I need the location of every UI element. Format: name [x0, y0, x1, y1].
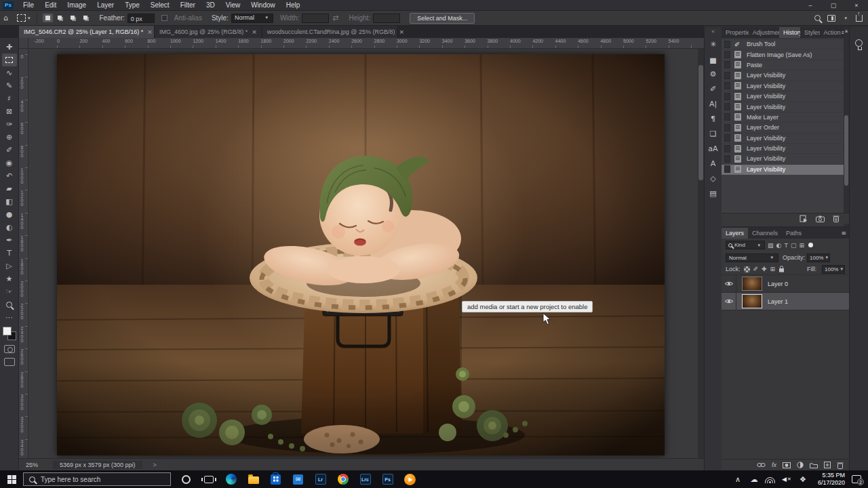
panel-menu-icon[interactable]: ≡ [841, 228, 849, 239]
history-source-well[interactable] [724, 61, 730, 68]
history-item[interactable]: Layer Visibility [722, 144, 849, 154]
eraser-tool[interactable]: ▰ [2, 182, 17, 195]
menu-item-window[interactable]: Window [245, 0, 281, 11]
history-item[interactable]: Layer Visibility [722, 92, 849, 102]
crop-tool[interactable]: ♯ [2, 92, 17, 105]
scroll-up-icon[interactable]: ▲ [844, 28, 849, 33]
new-snapshot-camera-icon[interactable] [816, 216, 825, 222]
layer-visibility-eye-icon[interactable] [722, 293, 736, 310]
clone-stamp-tool[interactable]: ◉ [2, 157, 17, 169]
paragraph-panel-icon[interactable]: ¶ [706, 111, 721, 126]
history-item[interactable]: Layer Order [722, 123, 849, 133]
tray-chevron-icon[interactable]: ∧ [730, 470, 746, 488]
filter-type-icon[interactable]: T [784, 242, 788, 249]
menu-item-3d[interactable]: 3D [201, 0, 220, 11]
filter-image-icon[interactable]: ▨ [768, 242, 774, 249]
menu-item-filter[interactable]: Filter [175, 0, 201, 11]
history-brush-tool[interactable]: ↶ [2, 169, 17, 182]
rectangular-marquee-tool[interactable] [2, 54, 17, 66]
panel-tab-actions[interactable]: Actions [820, 27, 842, 38]
lock-transparency-icon[interactable] [744, 266, 750, 272]
volume-muted-icon[interactable]: ◀✕ [778, 470, 795, 488]
opacity-select[interactable]: 100%▾ [807, 253, 830, 262]
restore-button[interactable]: ▢ [822, 0, 845, 11]
menu-item-layer[interactable]: Layer [92, 0, 119, 11]
onedrive-cloud-icon[interactable]: ☁ [746, 470, 762, 488]
history-source-well[interactable] [724, 155, 730, 163]
zoom-level[interactable]: 25% [26, 462, 38, 468]
tab-close-icon[interactable]: × [252, 28, 257, 35]
type-tool[interactable]: T [2, 247, 17, 260]
quick-mask-button[interactable] [4, 345, 15, 353]
history-source-well[interactable] [724, 51, 730, 58]
home-icon[interactable]: ⌂ [3, 14, 8, 22]
paragraph-styles-panel-icon[interactable]: A [706, 156, 721, 171]
menu-item-view[interactable]: View [220, 0, 246, 11]
history-item[interactable]: Paste [722, 60, 849, 70]
menu-item-select[interactable]: Select [145, 0, 175, 11]
document-tab[interactable]: IMG_5046.CR2 @ 25% (Layer 1, RGB/16) *× [19, 26, 155, 38]
brushes-panel-icon[interactable]: ✐ [706, 81, 721, 96]
menu-item-image[interactable]: Image [62, 0, 92, 11]
edit-toolbar[interactable]: ⋯ [2, 311, 17, 324]
filter-smart-object-icon[interactable]: ⊞ [799, 242, 804, 249]
new-document-from-state-icon[interactable] [800, 215, 808, 222]
history-source-well[interactable] [724, 145, 730, 152]
media-player-icon[interactable]: ▶ [399, 470, 421, 488]
share-icon[interactable] [856, 15, 863, 22]
menu-item-type[interactable]: Type [119, 0, 145, 11]
blend-mode-select[interactable]: Normal▾ [726, 253, 778, 262]
custom-shape-tool[interactable]: ★ [2, 272, 17, 285]
marquee-tool-preset-icon[interactable] [17, 14, 26, 22]
history-source-well[interactable] [724, 124, 730, 131]
taskbar-clock[interactable]: 5:35 PM 6/17/2020 [811, 472, 849, 487]
history-source-well[interactable] [724, 82, 730, 89]
brush-settings-panel-icon[interactable]: ⚙ [706, 66, 721, 81]
tool-preset-chevron-icon[interactable]: ▾ [28, 16, 31, 21]
panel-tab-adjustments[interactable]: Adjustments [749, 27, 779, 38]
color-swatches[interactable] [3, 327, 16, 340]
panel-tab-styles[interactable]: Styles [800, 27, 820, 38]
panel-tab-history[interactable]: History [779, 27, 800, 38]
layer-visibility-eye-icon[interactable] [722, 275, 736, 292]
new-layer-icon[interactable] [824, 462, 831, 468]
menu-item-file[interactable]: File [18, 0, 39, 11]
wifi-icon[interactable] [762, 470, 778, 488]
workspace-chevron-icon[interactable]: ▾ [844, 16, 847, 21]
edge-icon[interactable] [220, 470, 242, 488]
layer-thumbnail[interactable] [742, 294, 762, 308]
menu-item-edit[interactable]: Edit [39, 0, 62, 11]
history-item[interactable]: Layer Visibility [722, 165, 849, 175]
eyedropper-tool[interactable]: ✑ [2, 118, 17, 131]
history-item[interactable]: Layer Visibility [722, 102, 849, 112]
layer-row[interactable]: Layer 1 [722, 293, 849, 310]
history-item[interactable]: Layer Visibility [722, 70, 849, 81]
history-item[interactable]: Layer Visibility [722, 81, 849, 92]
document-vertical-scrollbar[interactable] [698, 49, 704, 458]
store-icon[interactable] [264, 470, 287, 488]
tab-close-icon[interactable]: × [399, 28, 404, 35]
fill-select[interactable]: 100%▾ [822, 265, 845, 274]
character-styles-panel-icon[interactable]: aA [706, 141, 721, 156]
history-item[interactable]: Layer Visibility [722, 154, 849, 164]
dropbox-icon[interactable]: ❖ [795, 470, 811, 488]
spot-healing-brush-tool[interactable]: ⊕ [2, 131, 17, 144]
gradient-tool[interactable]: ◧ [2, 195, 17, 208]
chrome-icon[interactable] [332, 470, 354, 488]
dodge-tool[interactable]: ◐ [2, 221, 17, 234]
workspace-icon[interactable] [827, 15, 835, 22]
history-item[interactable]: Layer Visibility [722, 134, 849, 144]
select-and-mask-button[interactable]: Select and Mask... [410, 13, 475, 24]
3d-panel-icon[interactable]: ◇ [706, 171, 721, 186]
lock-all-icon[interactable] [778, 266, 785, 272]
blur-tool[interactable]: ● [2, 208, 17, 221]
layer-thumbnail[interactable] [742, 277, 762, 291]
panel-tab-properties[interactable]: Properties [722, 27, 749, 38]
status-caret-icon[interactable]: > [153, 462, 157, 468]
libraries-panel-icon[interactable]: ▤ [706, 186, 721, 201]
start-button[interactable] [0, 470, 23, 488]
minimize-button[interactable]: – [799, 0, 822, 11]
adjustments-panel-icon[interactable]: ✳ [706, 37, 721, 52]
photo-canvas-newborn-image[interactable] [57, 54, 665, 455]
filter-pin-icon[interactable] [808, 243, 813, 247]
